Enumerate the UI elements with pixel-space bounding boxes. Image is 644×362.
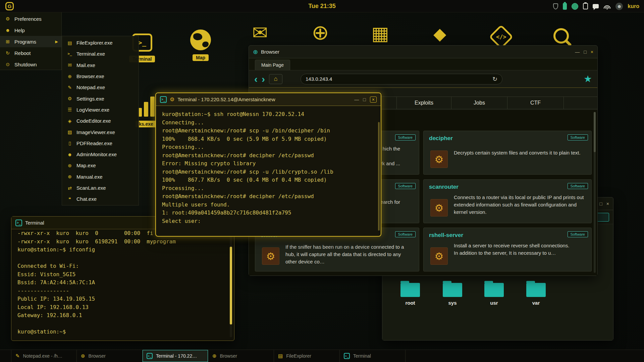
menu-item-mail[interactable]: ✉ Mail.exe xyxy=(62,60,139,71)
taskbar-item-terminal-local[interactable]: >_ Terminal xyxy=(340,350,406,362)
menu-item-help[interactable]: ☻ Help xyxy=(0,24,61,36)
terminal-line: Error: Missing crypto library xyxy=(162,160,375,168)
user-avatar-icon[interactable]: ☻ xyxy=(615,3,623,10)
scrollbar-track[interactable] xyxy=(594,112,596,273)
software-card-scanrouter[interactable]: scanrouter Software ⚙ Connects to a rout… xyxy=(423,179,592,223)
maximize-button[interactable]: □ xyxy=(599,201,602,206)
desktop-icon-search[interactable] xyxy=(553,27,569,44)
terminal-line: Public IP: 134.19.105.15 xyxy=(17,295,228,303)
menu-item-fileexplorer[interactable]: ▤ FileExplorer.exe xyxy=(62,37,139,48)
tab-jobs[interactable]: Jobs xyxy=(451,97,507,109)
desktop-icon-bank[interactable]: ▦ xyxy=(371,24,389,43)
menu-item-browser[interactable]: ⊕ Browser.exe xyxy=(62,71,139,82)
terminal-line: kuro@station:~$ xyxy=(17,328,228,336)
desktop-icon-map[interactable]: Map xyxy=(190,29,211,61)
menu-item-programs[interactable]: ⊞ Programs ▶ xyxy=(0,36,61,47)
back-button[interactable]: ‹ xyxy=(254,74,258,84)
taskbar-label: Notepad.exe - /h… xyxy=(23,353,63,359)
forward-button[interactable]: › xyxy=(262,74,265,84)
gear-icon: ⚙ xyxy=(430,247,448,265)
folder-item-root[interactable]: root xyxy=(395,283,426,306)
desktop-icon-browser[interactable]: ⊕ xyxy=(312,22,329,43)
folder-item-var[interactable]: var xyxy=(521,283,551,306)
scrollbar-thumb[interactable] xyxy=(230,247,232,324)
scrollbar-thumb[interactable] xyxy=(594,112,596,152)
folder-icon: ▤ xyxy=(67,40,73,46)
taskbar-label: Terminal xyxy=(353,353,371,359)
reboot-icon: ↻ xyxy=(5,50,11,56)
desktop-icon-mail[interactable]: ✉ xyxy=(252,23,268,42)
terminal-line: kuro@station:~$ ssh root@Nessn 170.220.5… xyxy=(162,110,375,119)
menu-item-terminal[interactable]: >_ Terminal.exe xyxy=(62,48,139,59)
folder-item-usr[interactable]: usr xyxy=(479,283,509,306)
globe-icon: ⊕ xyxy=(212,353,217,359)
menu-label: Manual.exe xyxy=(76,174,103,180)
menu-label: Reboot xyxy=(14,50,31,56)
menu-item-codeeditor[interactable]: ◈ CodeEditor.exe xyxy=(62,115,139,126)
tab-main-page[interactable]: Main Page xyxy=(255,60,290,70)
taskbar-item-notepad[interactable]: ✎ Notepad.exe - /h… xyxy=(11,350,77,362)
tab-ctf[interactable]: CTF xyxy=(507,97,564,109)
refresh-icon[interactable]: ↻ xyxy=(492,75,497,83)
folder-icon xyxy=(484,283,504,297)
menu-item-adminmonitor[interactable]: ☻ AdminMonitor.exe xyxy=(62,149,139,160)
software-card-rshell-server[interactable]: rshell-server Software ⚙ Install a serve… xyxy=(423,228,592,272)
close-icon[interactable]: × xyxy=(591,50,593,54)
terminal-line: root@Amerstaincknew:/root# scp -u /bin/d… xyxy=(162,127,375,135)
terminal-line: Connected to Wi-Fi: xyxy=(17,262,228,270)
shield-icon xyxy=(553,3,558,9)
menu-item-pdfreader[interactable]: ▯ PDFReader.exe xyxy=(62,138,139,149)
menu-item-logviewer[interactable]: ☰ LogViewer.exe xyxy=(62,104,139,115)
taskbar-item-fileexplorer[interactable]: ▤ FileExplorer xyxy=(274,350,340,362)
menu-item-settings[interactable]: ⚙ Settings.exe xyxy=(62,93,139,104)
menu-item-imageviewer[interactable]: ▨ ImageViewer.exe xyxy=(62,126,139,137)
maximize-button[interactable]: □ xyxy=(584,50,586,54)
minimize-button[interactable]: — xyxy=(354,97,359,102)
person-icon: ☻ xyxy=(67,152,73,157)
menu-item-manual[interactable]: ⊕ Manual.exe xyxy=(62,171,139,182)
terminal-line xyxy=(17,320,228,328)
terminal-line: root@Amerstaincknew:/root# decipher /etc… xyxy=(162,192,375,201)
close-icon[interactable]: × xyxy=(370,97,377,103)
folder-icon xyxy=(526,283,546,297)
folder-item-sys[interactable]: sys xyxy=(437,283,468,306)
map-icon: ⊛ xyxy=(67,163,73,168)
card-title: scanrouter xyxy=(429,184,459,190)
gear-icon: ⚙ xyxy=(67,96,73,101)
maximize-button[interactable]: □ xyxy=(363,97,366,102)
terminal-line: Bssid: 7A:A2:44:5A:7C:1A xyxy=(17,279,228,287)
menu-item-notepad[interactable]: ✎ Notepad.exe xyxy=(62,82,139,93)
menu-label: Map.exe xyxy=(76,163,96,168)
battery-icon xyxy=(563,3,567,10)
menu-item-preferences[interactable]: ⚙ Preferences xyxy=(0,13,61,24)
desktop-icon-app[interactable]: ◆ xyxy=(433,25,446,42)
browser-titlebar[interactable]: ⊕ Browser — □ × xyxy=(249,46,597,58)
terminal-body[interactable]: -rwxr-xr-x kuro kuro 0 00:00 fi -rwxr-xr… xyxy=(11,229,234,341)
bookmark-star-icon[interactable]: ★ xyxy=(584,73,592,84)
terminal-line: Gateway: 192.168.0.1 xyxy=(17,311,228,320)
software-card-decipher[interactable]: decipher Software ⚙ Decrypts certain sys… xyxy=(423,131,592,175)
url-bar[interactable]: 143.0.243.4 ↻ xyxy=(301,74,502,84)
terminal-line: Multiple users found. xyxy=(162,201,375,209)
terminal-titlebar[interactable]: >_ ⚙ Terminal - 170.220.52.14@Amerstainc… xyxy=(156,93,381,106)
url-text[interactable]: 143.0.243.4 xyxy=(306,76,490,82)
taskbar-item-browser-1[interactable]: ⊕ Browser xyxy=(77,350,143,362)
globe-icon: ⊕ xyxy=(312,22,329,43)
menu-item-map[interactable]: ⊛ Map.exe xyxy=(62,160,139,171)
scrollbar-thumb[interactable] xyxy=(378,122,380,231)
home-button[interactable]: ⌂ xyxy=(269,74,282,84)
terminal-body[interactable]: kuro@station:~$ ssh root@Nessn 170.220.5… xyxy=(156,106,381,236)
menu-item-chat[interactable]: ❝ Chat.exe xyxy=(62,193,139,204)
taskbar-item-terminal-remote[interactable]: >_ Terminal - 170.22… xyxy=(143,350,208,362)
minimize-button[interactable]: — xyxy=(575,50,580,54)
taskbar-item-browser-2[interactable]: ⊕ Browser xyxy=(208,350,274,362)
menu-item-reboot[interactable]: ↻ Reboot xyxy=(0,47,61,59)
desktop-icon-codeeditor[interactable]: </> xyxy=(492,25,510,46)
menu-item-shutdown[interactable]: ⊙ Shutdown xyxy=(0,59,61,70)
list-icon: ☰ xyxy=(67,107,73,112)
chat-icon: ❝ xyxy=(67,196,73,202)
menu-label: Terminal.exe xyxy=(76,51,105,57)
tab-exploits[interactable]: Exploits xyxy=(397,97,451,109)
menu-item-scanlan[interactable]: ⇄ ScanLan.exe xyxy=(62,182,139,193)
close-icon[interactable]: × xyxy=(606,201,609,206)
